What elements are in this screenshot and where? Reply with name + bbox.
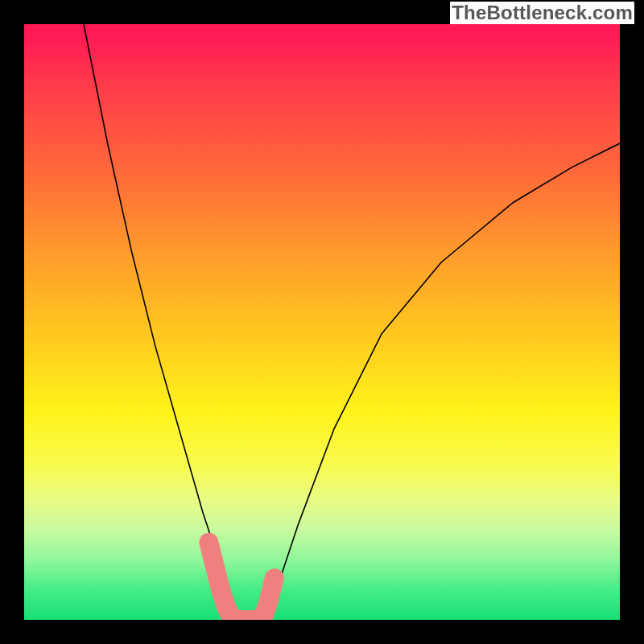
series-right-branch	[262, 143, 620, 620]
plot-area	[24, 24, 620, 620]
chart-svg	[24, 24, 620, 620]
series-group	[84, 24, 620, 620]
series-left-branch	[84, 24, 238, 620]
series-highlight-band	[208, 543, 274, 620]
chart-frame: TheBottleneck.com	[0, 0, 644, 644]
watermark: TheBottleneck.com	[450, 2, 634, 24]
